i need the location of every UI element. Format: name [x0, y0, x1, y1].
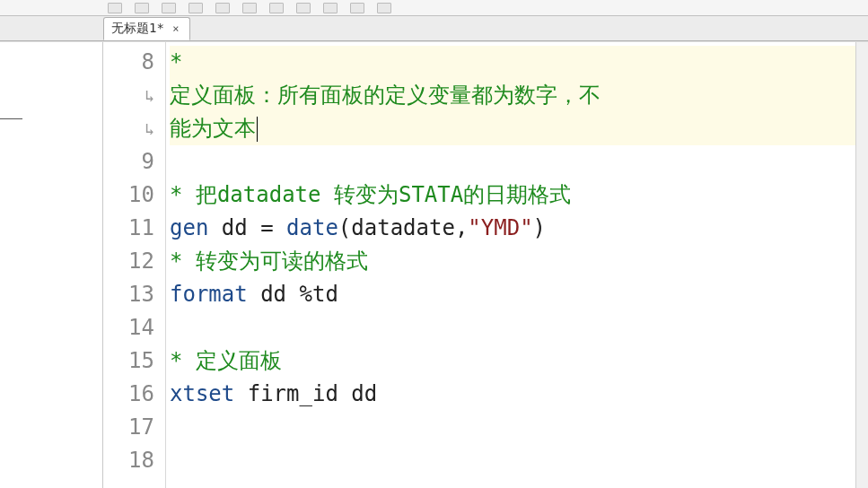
- toolbar-icon[interactable]: [323, 3, 338, 13]
- code-line: [170, 145, 855, 179]
- line-number: 14: [103, 311, 165, 344]
- code-line: * 定义面板: [170, 344, 855, 378]
- line-number: 10: [103, 179, 165, 212]
- code-line: *: [170, 46, 855, 79]
- line-number: 9: [103, 145, 165, 179]
- wrap-indicator-icon: ↳: [103, 79, 165, 112]
- toolbar-icon[interactable]: [162, 3, 176, 13]
- line-number: 12: [103, 245, 165, 278]
- code-line: [170, 411, 855, 444]
- toolbar-icon[interactable]: [135, 3, 149, 13]
- close-icon[interactable]: ×: [170, 22, 182, 35]
- left-panel: [0, 42, 103, 488]
- code-line: 能为文本: [170, 112, 855, 145]
- code-area[interactable]: * 定义面板：所有面板的定义变量都为数字，不 能为文本 * 把datadate …: [166, 42, 855, 488]
- code-line: xtset firm_id dd: [170, 378, 855, 411]
- code-line: * 转变为可读的格式: [170, 245, 855, 278]
- toolbar: [0, 0, 868, 16]
- line-number: 11: [103, 212, 165, 245]
- toolbar-icon[interactable]: [296, 3, 311, 13]
- line-gutter: 8 ↳ ↳ 9 10 11 12 13 14 15 16 17 18: [103, 42, 166, 488]
- line-number: 15: [103, 344, 165, 378]
- scrollbar[interactable]: [855, 42, 868, 488]
- code-line: format dd %td: [170, 278, 855, 311]
- line-number: 13: [103, 278, 165, 311]
- tab-untitled[interactable]: 无标题1* ×: [103, 17, 190, 40]
- arrow-icon: [0, 118, 22, 119]
- code-line: * 把datadate 转变为STATA的日期格式: [170, 179, 855, 212]
- code-line: [170, 311, 855, 344]
- toolbar-icon[interactable]: [242, 3, 257, 13]
- code-line: 定义面板：所有面板的定义变量都为数字，不: [170, 79, 855, 112]
- toolbar-icon[interactable]: [350, 3, 364, 13]
- tab-bar: 无标题1* ×: [0, 16, 868, 41]
- toolbar-icon[interactable]: [377, 3, 391, 13]
- cursor: [257, 117, 258, 142]
- editor: 8 ↳ ↳ 9 10 11 12 13 14 15 16 17 18 * 定义面…: [0, 41, 868, 488]
- toolbar-icon[interactable]: [108, 3, 122, 13]
- line-number: 18: [103, 444, 165, 477]
- wrap-indicator-icon: ↳: [103, 112, 165, 145]
- toolbar-icon[interactable]: [269, 3, 284, 13]
- toolbar-icon[interactable]: [189, 3, 203, 13]
- line-number: 8: [103, 46, 165, 79]
- code-line: [170, 444, 855, 477]
- line-number: 16: [103, 378, 165, 411]
- line-number: 17: [103, 411, 165, 444]
- code-line: gen dd = date(datadate,"YMD"): [170, 212, 855, 245]
- tab-label: 无标题1*: [111, 21, 164, 37]
- toolbar-icon[interactable]: [215, 3, 230, 13]
